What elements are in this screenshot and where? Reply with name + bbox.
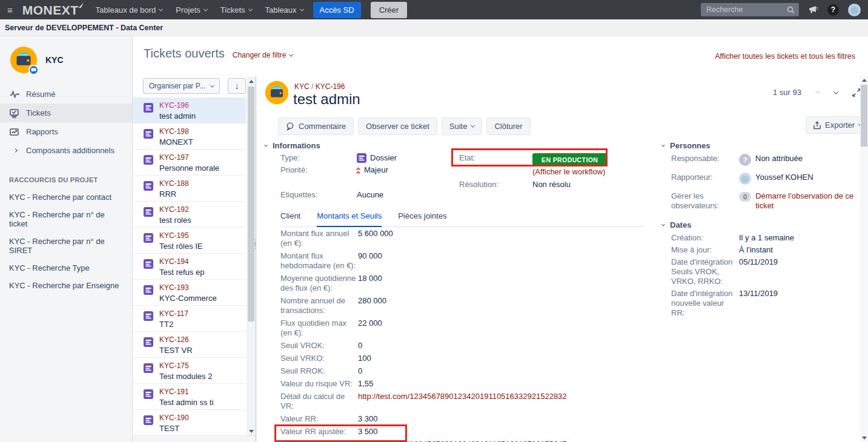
sort-direction-button[interactable]: ↓ (228, 78, 246, 94)
section-people[interactable]: Personnes (662, 141, 710, 150)
ticket-key[interactable]: KYC-191 (159, 388, 244, 396)
ticket-list-item[interactable]: KYC-190 TEST (133, 410, 246, 435)
monext-logo[interactable]: MONEXT (22, 4, 82, 16)
close-ticket-button[interactable]: Clôturer (486, 117, 530, 135)
tab-montants-et-seuils[interactable]: Montants et Seuils (317, 211, 382, 227)
detail-scrollbar-thumb[interactable] (861, 85, 867, 147)
project-name[interactable]: KYC (45, 55, 64, 65)
project-shortcut-1[interactable]: KYC - Recherche par n° de ticket (0, 206, 132, 233)
announcement-megaphone-icon[interactable] (808, 5, 818, 15)
topnav-item-0[interactable]: Tableaux de bord (96, 5, 163, 15)
ticket-list-item[interactable]: KYC-126 TEST VR (133, 332, 246, 358)
ticket-key[interactable]: KYC-193 (159, 283, 244, 292)
top-navigation-bar: ≡ MONEXT Tableaux de bordProjetsTicketsT… (0, 0, 868, 19)
tab-client[interactable]: Client (280, 211, 300, 226)
more-actions-button[interactable]: Suite (442, 117, 483, 135)
ticket-list-item[interactable]: KYC-191 Test admin ss ti (133, 384, 246, 410)
comment-button[interactable]: Commentaire (278, 117, 354, 135)
field-label: Seuil VRKO: (280, 354, 357, 363)
ticket-key[interactable]: KYC-194 (159, 257, 244, 266)
ticket-key[interactable]: KYC-192 (159, 205, 244, 214)
watch-ticket-button[interactable]: Observer ce ticket (358, 117, 437, 135)
reporter-name-link[interactable]: Youssef KOHEN (755, 173, 813, 182)
list-scrollbar-thumb[interactable] (248, 87, 254, 322)
search-box[interactable] (701, 3, 799, 16)
breadcrumb-key-link[interactable]: KYC-196 (316, 82, 345, 91)
project-shortcut-4[interactable]: KYC - Recherche par Enseigne (0, 277, 132, 294)
scroll-up-icon[interactable] (247, 77, 256, 85)
scroll-up-icon[interactable] (860, 76, 868, 84)
ticket-list-item[interactable]: KYC-192 test roles (133, 202, 246, 228)
ticket-key[interactable]: KYC-175 (159, 361, 244, 370)
search-icon[interactable] (787, 6, 795, 14)
ticket-key[interactable]: KYC-198 (159, 127, 244, 136)
project-avatar-wallet-icon[interactable] (10, 46, 38, 74)
issue-type-dossier-icon (144, 285, 153, 295)
start-watching-link[interactable]: Démarre l'observation de ce ticket (755, 191, 863, 211)
ticket-key[interactable]: KYC-195 (159, 231, 244, 240)
ticket-summary: RRR (159, 190, 244, 199)
detail-scrollbar[interactable] (860, 76, 868, 442)
ticket-list-item[interactable]: KYC-193 KYC-Commerce (133, 280, 246, 306)
ticket-key[interactable]: KYC-197 (159, 153, 244, 162)
topnav-item-1[interactable]: Projets (176, 5, 207, 15)
field-value-link[interactable]: http://test.com/123456789012342019110516… (358, 392, 567, 411)
ticket-key[interactable]: KYC-117 (159, 309, 244, 318)
create-button[interactable]: Créer (371, 2, 408, 18)
status-badge[interactable]: EN PRODUCTION (532, 153, 607, 167)
breadcrumb-separator: / (311, 82, 313, 91)
tab-pi-ces-jointes[interactable]: Pièces jointes (398, 211, 446, 226)
ticket-list-item[interactable]: KYC-196 test admin (133, 97, 246, 124)
breadcrumb-project-link[interactable]: KYC (294, 82, 310, 91)
topnav-item-3[interactable]: Tableaux (265, 5, 303, 15)
field-value-link[interactable]: http://test.com/123456789012342019110516… (358, 440, 567, 442)
field-label: Seuil RROK: (280, 366, 357, 376)
help-icon[interactable]: ? (827, 4, 839, 16)
sidebar-item-r-sum-[interactable]: Résumé (0, 85, 132, 104)
search-input[interactable] (705, 5, 787, 15)
ticket-key[interactable]: KYC-190 (159, 414, 244, 422)
list-toolbar: Organiser par P... ↓ (133, 76, 256, 96)
hamburger-menu-icon[interactable]: ≡ (7, 5, 13, 15)
priority-major-icon (357, 167, 360, 174)
ticket-list-item[interactable]: KYC-194 Test refus ep (133, 254, 246, 280)
show-all-filters-link[interactable]: Afficher toutes les tickets et tous les … (715, 52, 855, 61)
ticket-list-item[interactable]: KYC-175 Test modules 2 (133, 358, 246, 384)
sidebar-item-composants-additionnels[interactable]: Composants additionnels (0, 141, 132, 160)
user-avatar[interactable] (848, 4, 861, 16)
topnav-item-2[interactable]: Tickets (220, 5, 252, 15)
scroll-down-icon[interactable] (247, 427, 256, 435)
show-workflow-link[interactable]: (Afficher le workflow) (532, 167, 605, 176)
ticket-list-item[interactable]: KYC-195 Test rôles IE (133, 228, 246, 254)
ticket-list-item[interactable]: KYC-197 Personne morale (133, 150, 246, 176)
sidebar-item-tickets[interactable]: Tickets (0, 104, 132, 122)
export-button[interactable]: Exporter (806, 116, 868, 134)
project-shortcut-0[interactable]: KYC - Recherche par contact (0, 188, 132, 206)
field-label: Flux quotidien max (en €): (280, 318, 357, 338)
change-filter-link[interactable]: Changer de filtre (233, 51, 293, 59)
ticket-list-item[interactable]: KYC-188 RRR (133, 176, 246, 202)
chevron-down-icon (204, 7, 208, 11)
project-shortcut-2[interactable]: KYC - Recherche par n° de SIRET (0, 233, 132, 259)
list-scrollbar[interactable] (247, 77, 256, 435)
acces-sd-button[interactable]: Accès SD (313, 2, 361, 18)
custom-field-row: Seuil RROK: 0 (280, 366, 632, 376)
ticket-key[interactable]: KYC-196 (159, 101, 244, 110)
section-informations[interactable]: Informations (265, 141, 320, 150)
pager-next-icon[interactable] (834, 91, 838, 94)
section-dates[interactable]: Dates (662, 220, 691, 229)
panel-resize-handle[interactable]: ⋮⋮ (253, 240, 258, 256)
ticket-key[interactable]: KYC-188 (159, 179, 244, 188)
sidebar-item-rapports[interactable]: Rapports (0, 122, 132, 141)
ticket-key[interactable]: KYC-126 (159, 335, 244, 344)
project-shortcut-3[interactable]: KYC - Recherche Type (0, 259, 132, 277)
scroll-down-icon[interactable] (860, 434, 868, 442)
issue-type-dossier-icon (144, 207, 153, 217)
sort-by-button[interactable]: Organiser par P... (143, 78, 220, 94)
ticket-list-item[interactable]: KYC-117 TT2 (133, 306, 246, 332)
issue-type-dossier-icon (144, 259, 153, 269)
pager-previous-icon[interactable] (816, 91, 820, 94)
expand-icon[interactable] (852, 88, 861, 97)
field-integration-seuils: Date d'intégration Seuils VROK, VRKO, RR… (671, 257, 868, 286)
ticket-list-item[interactable]: KYC-198 MONEXT (133, 124, 246, 150)
